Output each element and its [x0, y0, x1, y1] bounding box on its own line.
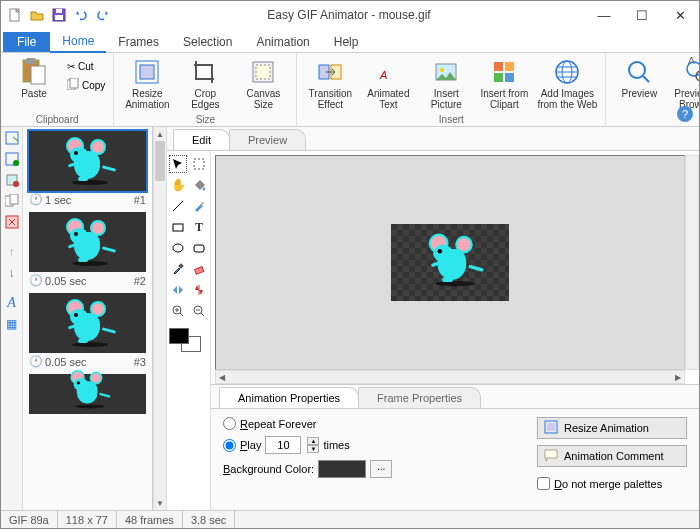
tool-1[interactable] [3, 129, 21, 147]
rect-tool[interactable] [169, 218, 187, 236]
frame-thumbnail [29, 293, 146, 353]
ribbon-collapse-icon[interactable]: ᐱ [688, 55, 695, 66]
ellipse-tool[interactable] [169, 239, 187, 257]
spinner-buttons[interactable]: ▲▼ [307, 437, 319, 453]
svg-rect-46 [194, 245, 204, 252]
eyedropper-tool[interactable] [169, 260, 187, 278]
resize-animation-button[interactable]: Resize Animation [120, 55, 174, 110]
pointer-tool[interactable] [169, 155, 187, 173]
maximize-button[interactable]: ☐ [623, 1, 661, 29]
text-style-icon[interactable]: A [3, 294, 21, 312]
flip-v-tool[interactable] [190, 281, 208, 299]
frame-item[interactable]: 🕐 0.05 sec#3 [29, 293, 146, 368]
help-icon[interactable]: ? [677, 106, 693, 122]
merge-palettes-checkbox[interactable]: Do not merge palettes [537, 477, 687, 490]
status-format: GIF 89a [1, 511, 58, 528]
svg-rect-20 [494, 73, 503, 82]
zoom-out-tool[interactable] [190, 302, 208, 320]
color-picker-button[interactable]: ... [370, 460, 392, 478]
minimize-button[interactable]: — [585, 1, 623, 29]
arrow-up-icon[interactable]: ↑ [3, 243, 21, 261]
help-tab[interactable]: Help [322, 32, 371, 52]
undo-icon[interactable] [71, 5, 91, 25]
tool-3[interactable] [3, 171, 21, 189]
new-icon[interactable] [5, 5, 25, 25]
redo-icon[interactable] [93, 5, 113, 25]
file-tab[interactable]: File [3, 32, 50, 52]
crop-edges-button[interactable]: Crop Edges [178, 55, 232, 110]
frame-item[interactable] [29, 374, 146, 416]
hand-tool[interactable]: ✋ [169, 176, 187, 194]
svg-point-38 [13, 181, 19, 187]
eraser-tool[interactable] [190, 260, 208, 278]
zoom-in-tool[interactable] [169, 302, 187, 320]
frame-item[interactable]: 🕐 1 sec#1 [29, 131, 146, 206]
frames-tab[interactable]: Frames [106, 32, 171, 52]
canvas[interactable] [391, 224, 509, 301]
insert-group-label: Insert [439, 114, 464, 125]
background-color-box[interactable] [318, 460, 366, 478]
svg-rect-10 [140, 65, 154, 79]
ribbon-tabs: File Home Frames Selection Animation Hel… [1, 29, 699, 53]
open-icon[interactable] [27, 5, 47, 25]
animation-tab[interactable]: Animation [244, 32, 321, 52]
svg-point-43 [203, 188, 206, 191]
tool-2[interactable] [3, 150, 21, 168]
home-tab[interactable]: Home [50, 31, 106, 53]
svg-point-26 [696, 71, 700, 81]
scroll-down-icon[interactable]: ▼ [154, 496, 166, 510]
canvas-size-button[interactable]: Canvas Size [236, 55, 290, 110]
text-tool[interactable]: T [190, 218, 208, 236]
animation-comment-button[interactable]: Animation Comment [537, 445, 687, 467]
preview-button[interactable]: Preview [612, 55, 666, 99]
arrow-down-icon[interactable]: ↓ [3, 264, 21, 282]
bucket-tool[interactable] [190, 176, 208, 194]
color-swatches[interactable] [169, 328, 205, 358]
save-icon[interactable] [49, 5, 69, 25]
grid-icon[interactable]: ▦ [3, 315, 21, 333]
line-tool[interactable] [169, 197, 187, 215]
transition-effect-button[interactable]: Transition Effect [303, 55, 357, 110]
globe-icon [552, 57, 582, 87]
scroll-up-icon[interactable]: ▲ [154, 127, 166, 141]
animation-properties-tab[interactable]: Animation Properties [219, 387, 359, 408]
selection-tab[interactable]: Selection [171, 32, 244, 52]
status-dimensions: 118 x 77 [58, 511, 117, 528]
frame-list-scrollbar[interactable]: ▲ ▼ [153, 127, 167, 510]
brush-tool[interactable] [190, 197, 208, 215]
canvas-hscrollbar[interactable]: ◀▶ [215, 370, 685, 384]
svg-rect-19 [505, 62, 514, 71]
scrollbar-thumb[interactable] [155, 141, 165, 181]
repeat-forever-radio[interactable]: RRepeat Foreverepeat Forever [223, 417, 392, 430]
add-web-images-button[interactable]: Add Images from the Web [535, 55, 599, 110]
crop-icon [190, 57, 220, 87]
canvas-vscrollbar[interactable] [685, 155, 699, 370]
paste-button[interactable]: Paste [7, 55, 61, 99]
foreground-color-swatch[interactable] [169, 328, 189, 344]
flip-h-tool[interactable] [169, 281, 187, 299]
play-count-input[interactable]: 10 [265, 436, 301, 454]
magnifier-icon [624, 57, 654, 87]
resize-icon [544, 420, 558, 436]
svg-rect-5 [26, 58, 36, 64]
play-radio[interactable]: Play [223, 439, 261, 452]
frame-properties-tab[interactable]: Frame Properties [358, 387, 481, 408]
marquee-tool[interactable] [190, 155, 208, 173]
preview-tab[interactable]: Preview [229, 129, 306, 150]
tool-5[interactable] [3, 213, 21, 231]
cut-button[interactable]: ✂Cut [65, 57, 107, 75]
preview-browser-button[interactable]: Preview in Browser [670, 55, 700, 110]
insert-picture-button[interactable]: Insert Picture [419, 55, 473, 110]
animated-text-button[interactable]: AAnimated Text [361, 55, 415, 110]
close-button[interactable]: ✕ [661, 1, 699, 29]
rounded-rect-tool[interactable] [190, 239, 208, 257]
frame-item[interactable]: 🕐 0.05 sec#2 [29, 212, 146, 287]
tool-4[interactable] [3, 192, 21, 210]
insert-clipart-button[interactable]: Insert from Clipart [477, 55, 531, 110]
edit-tab[interactable]: Edit [173, 129, 230, 150]
copy-button[interactable]: Copy [65, 76, 107, 94]
animated-text-icon: A [373, 57, 403, 87]
resize-animation-propbtn[interactable]: Resize Animation [537, 417, 687, 439]
svg-rect-42 [194, 159, 204, 169]
canvas-area[interactable] [215, 155, 685, 370]
